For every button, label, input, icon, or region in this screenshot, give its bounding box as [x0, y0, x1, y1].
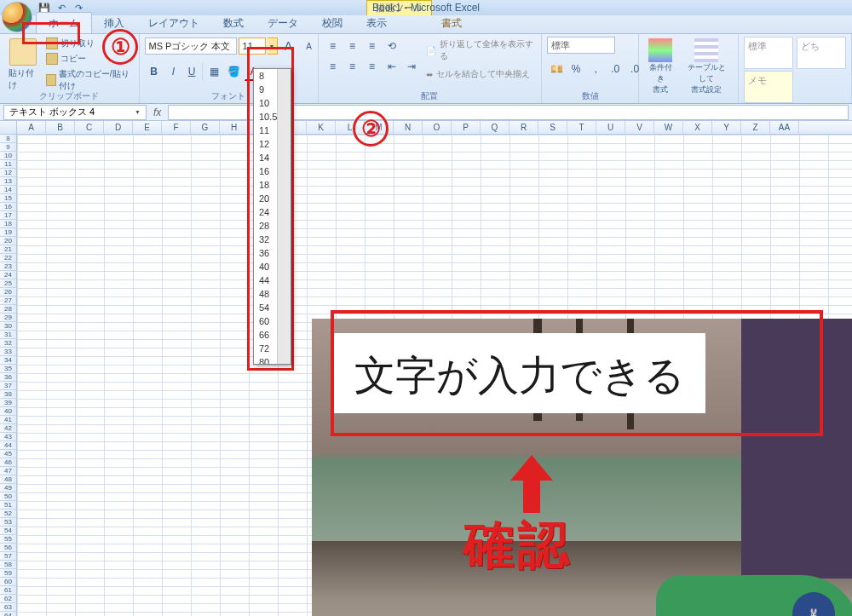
row-header[interactable]: 23 [0, 262, 16, 271]
row-header[interactable]: 40 [0, 407, 16, 416]
column-header[interactable]: H [220, 121, 249, 134]
percent-button[interactable]: % [567, 60, 585, 78]
tab-layout[interactable]: レイアウト [136, 13, 211, 33]
row-header[interactable]: 29 [0, 314, 16, 322]
row-header[interactable]: 22 [0, 254, 16, 262]
row-header[interactable]: 59 [0, 569, 16, 578]
row-header[interactable]: 12 [0, 169, 16, 177]
row-header[interactable]: 15 [0, 194, 16, 203]
column-header[interactable]: F [162, 121, 191, 134]
row-header[interactable]: 37 [0, 382, 16, 390]
column-header[interactable]: S [538, 121, 567, 134]
column-header[interactable]: A [17, 121, 46, 134]
column-header[interactable]: W [654, 121, 683, 134]
currency-button[interactable]: 💴 [547, 60, 566, 78]
row-header[interactable]: 18 [0, 220, 16, 228]
row-header[interactable]: 45 [0, 450, 16, 458]
chevron-down-icon[interactable]: ▼ [135, 109, 141, 115]
row-header[interactable]: 26 [0, 288, 16, 296]
row-header[interactable]: 28 [0, 305, 16, 314]
align-middle-button[interactable]: ≡ [343, 37, 362, 55]
column-header[interactable]: X [683, 121, 712, 134]
tab-formulas[interactable]: 数式 [211, 13, 256, 33]
column-header[interactable]: G [191, 121, 220, 134]
merge-center-button[interactable]: ⬌セルを結合して中央揃え [424, 66, 537, 82]
row-header[interactable]: 30 [0, 322, 16, 331]
row-header[interactable]: 63 [0, 603, 16, 612]
row-header[interactable]: 60 [0, 578, 16, 586]
column-header[interactable]: Z [741, 121, 770, 134]
tab-review[interactable]: 校閲 [310, 13, 354, 33]
row-header[interactable]: 57 [0, 552, 16, 561]
fx-icon[interactable]: fx [153, 107, 161, 118]
scrollbar[interactable] [277, 69, 291, 364]
row-header[interactable]: 8 [0, 135, 16, 143]
format-painter-button[interactable]: 書式のコピー/貼り付け [44, 67, 134, 93]
row-header[interactable]: 47 [0, 467, 16, 475]
row-header[interactable]: 61 [0, 586, 16, 595]
row-header[interactable]: 17 [0, 211, 16, 220]
row-header[interactable]: 62 [0, 595, 16, 603]
row-header[interactable]: 39 [0, 399, 16, 407]
row-header[interactable]: 36 [0, 373, 16, 382]
row-header[interactable]: 50 [0, 492, 16, 501]
row-header[interactable]: 43 [0, 433, 16, 441]
row-header[interactable]: 34 [0, 356, 16, 365]
row-header[interactable]: 51 [0, 501, 16, 509]
row-header[interactable]: 32 [0, 339, 16, 348]
column-header[interactable]: P [452, 121, 481, 134]
tab-format[interactable]: 書式 [429, 13, 474, 33]
row-header[interactable]: 11 [0, 160, 16, 169]
column-header[interactable]: R [509, 121, 538, 134]
column-header[interactable]: O [423, 121, 452, 134]
row-header[interactable]: 48 [0, 475, 16, 484]
row-header[interactable]: 54 [0, 527, 16, 535]
row-header[interactable]: 25 [0, 279, 16, 288]
row-header[interactable]: 49 [0, 484, 16, 492]
row-header[interactable]: 20 [0, 237, 16, 245]
align-center-button[interactable]: ≡ [343, 57, 362, 76]
row-header[interactable]: 24 [0, 271, 16, 279]
column-header[interactable]: D [104, 121, 133, 134]
cell-style-memo[interactable]: メモ [744, 71, 793, 103]
row-header[interactable]: 21 [0, 245, 16, 254]
conditional-format-button[interactable]: 条件付き 書式 [644, 37, 677, 97]
comma-button[interactable]: , [586, 60, 605, 78]
column-header[interactable]: Q [481, 121, 509, 134]
row-header[interactable]: 27 [0, 296, 16, 305]
column-header[interactable]: Y [712, 121, 741, 134]
row-header[interactable]: 41 [0, 416, 16, 424]
column-header[interactable]: AA [770, 121, 799, 134]
bold-button[interactable]: B [145, 62, 164, 81]
tab-data[interactable]: データ [256, 13, 310, 33]
row-header[interactable]: 31 [0, 331, 16, 339]
align-left-button[interactable]: ≡ [324, 57, 343, 76]
border-button[interactable]: ▦ [205, 62, 224, 81]
row-header[interactable]: 9 [0, 143, 16, 152]
cell-style-bad[interactable]: どち [797, 37, 846, 69]
align-right-button[interactable]: ≡ [363, 57, 382, 76]
column-header[interactable]: B [46, 121, 75, 134]
row-header[interactable]: 64 [0, 612, 16, 616]
row-header[interactable]: 35 [0, 365, 16, 373]
tab-view[interactable]: 表示 [354, 13, 399, 33]
select-all-corner[interactable] [0, 121, 17, 134]
format-as-table-button[interactable]: テーブルとして 書式設定 [681, 37, 733, 97]
row-header[interactable]: 58 [0, 561, 16, 569]
name-box[interactable]: テキスト ボックス 4 ▼ [3, 105, 147, 120]
column-header[interactable]: E [133, 121, 162, 134]
row-header[interactable]: 46 [0, 458, 16, 467]
orientation-button[interactable]: ⟲ [383, 37, 401, 55]
decrease-indent-button[interactable]: ⇤ [383, 57, 401, 76]
text-box-content[interactable]: 文字が入力できる [334, 333, 705, 413]
paste-button[interactable]: 貼り付け [5, 37, 41, 93]
row-header[interactable]: 10 [0, 152, 16, 160]
increase-decimal-button[interactable]: .0 [606, 60, 625, 78]
row-header[interactable]: 53 [0, 518, 16, 527]
align-bottom-button[interactable]: ≡ [363, 37, 382, 55]
number-format-select[interactable] [547, 37, 615, 54]
column-header[interactable]: T [567, 121, 596, 134]
column-header[interactable]: C [75, 121, 104, 134]
wrap-text-button[interactable]: 📄折り返して全体を表示する [424, 37, 537, 64]
underline-button[interactable]: U [184, 62, 203, 81]
